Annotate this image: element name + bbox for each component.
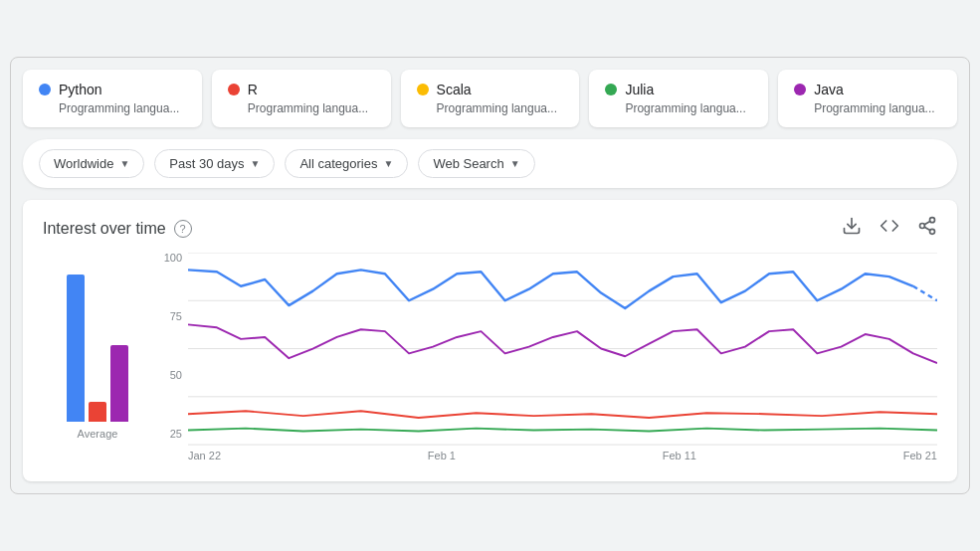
line-chart-wrap: 100755025 — [152, 253, 937, 460]
y-label: 75 — [170, 311, 182, 322]
term-header: Scala — [417, 82, 564, 97]
python-line-dashed — [913, 286, 937, 300]
term-card-julia[interactable]: Julia Programming langua... — [589, 70, 768, 127]
java-line — [188, 325, 937, 364]
scala-line — [188, 429, 937, 432]
terms-row: Python Programming langua... R Programmi… — [23, 70, 957, 127]
chart-body: Average 100755025 — [43, 253, 937, 460]
y-label: 25 — [170, 429, 182, 440]
term-sub: Programming langua... — [59, 101, 186, 115]
term-card-r[interactable]: R Programming langua... — [212, 70, 391, 127]
chart-title: Interest over time — [43, 220, 166, 238]
embed-button[interactable] — [880, 216, 899, 241]
chevron-icon: ▼ — [119, 158, 129, 169]
python-line — [188, 271, 913, 309]
term-name: Julia — [625, 82, 654, 97]
x-label: Feb 11 — [663, 450, 696, 461]
filter-category[interactable]: All categories▼ — [285, 149, 408, 178]
y-label: 50 — [170, 370, 182, 381]
avg-label: Average — [78, 428, 118, 440]
term-header: Java — [794, 82, 941, 97]
main-container: Python Programming langua... R Programmi… — [10, 57, 970, 493]
term-card-python[interactable]: Python Programming langua... — [23, 70, 202, 127]
filter-label: Worldwide — [54, 156, 113, 171]
chevron-icon: ▼ — [510, 158, 520, 169]
x-label: Jan 22 — [188, 450, 221, 461]
x-label: Feb 1 — [428, 450, 456, 461]
term-name: R — [248, 82, 258, 97]
filter-label: All categories — [299, 156, 377, 171]
term-name: Java — [814, 82, 844, 97]
avg-bar — [67, 275, 85, 421]
filter-time[interactable]: Past 30 days▼ — [154, 149, 275, 178]
filter-label: Past 30 days — [169, 156, 244, 171]
filter-type[interactable]: Web Search▼ — [418, 149, 534, 178]
download-button[interactable] — [842, 216, 862, 241]
chart-header: Interest over time ? — [43, 216, 937, 241]
x-label: Feb 21 — [903, 450, 937, 461]
term-card-java[interactable]: Java Programming langua... — [778, 70, 957, 127]
term-sub: Programming langua... — [625, 101, 752, 115]
avg-bars — [67, 263, 128, 422]
svg-line-5 — [924, 222, 930, 225]
y-label: 100 — [164, 253, 182, 264]
term-dot — [228, 84, 240, 95]
chevron-icon: ▼ — [251, 158, 261, 169]
filter-label: Web Search — [433, 156, 503, 171]
avg-section: Average — [43, 253, 152, 460]
x-axis: Jan 22Feb 1Feb 11Feb 21 — [188, 446, 937, 461]
r-line — [188, 412, 937, 419]
share-button[interactable] — [917, 216, 937, 241]
chart-section: Interest over time ? A — [23, 200, 957, 480]
help-icon[interactable]: ? — [174, 220, 192, 238]
svg-line-4 — [924, 228, 930, 231]
term-sub: Programming langua... — [437, 101, 564, 115]
chart-canvas-wrap — [188, 253, 937, 445]
chart-title-row: Interest over time ? — [43, 220, 192, 238]
avg-bar — [110, 345, 128, 422]
term-sub: Programming langua... — [248, 101, 375, 115]
filter-region[interactable]: Worldwide▼ — [39, 149, 144, 178]
term-header: Julia — [605, 82, 752, 97]
term-name: Python — [59, 82, 102, 97]
term-dot — [417, 84, 429, 95]
term-dot — [39, 84, 51, 95]
term-header: Python — [39, 82, 186, 97]
term-sub: Programming langua... — [814, 101, 941, 115]
term-card-scala[interactable]: Scala Programming langua... — [401, 70, 580, 127]
term-name: Scala — [437, 82, 472, 97]
term-dot — [605, 84, 617, 95]
chevron-icon: ▼ — [383, 158, 393, 169]
term-dot — [794, 84, 806, 95]
line-chart-svg — [188, 253, 937, 445]
chart-actions — [842, 216, 937, 241]
term-header: R — [228, 82, 375, 97]
filter-row: Worldwide▼Past 30 days▼All categories▼We… — [23, 139, 957, 188]
avg-bar — [89, 402, 106, 421]
y-axis: 100755025 — [152, 253, 188, 439]
